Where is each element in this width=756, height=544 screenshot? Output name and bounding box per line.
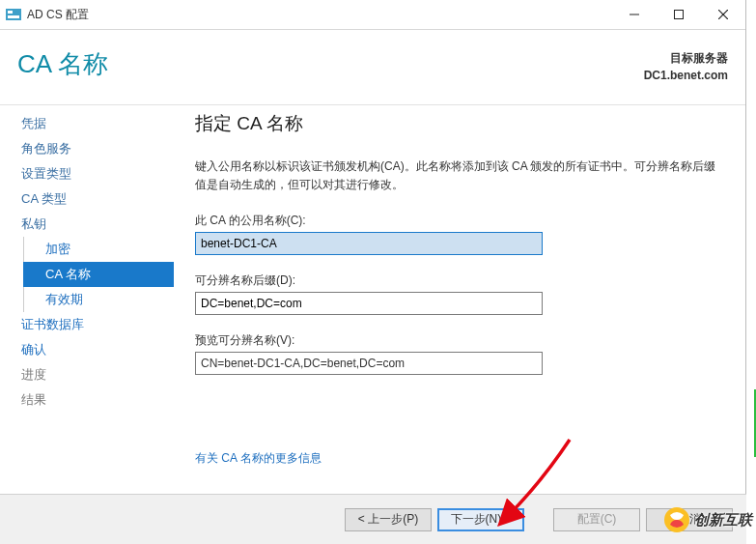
app-icon bbox=[6, 8, 21, 21]
sidebar-item-validity[interactable]: 有效期 bbox=[23, 287, 174, 312]
sidebar: 凭据 角色服务 设置类型 CA 类型 私钥 加密 CA 名称 有效期 证书数据库… bbox=[0, 105, 174, 494]
close-button[interactable] bbox=[701, 0, 745, 30]
more-info-link[interactable]: 有关 CA 名称的更多信息 bbox=[195, 450, 322, 467]
svg-rect-0 bbox=[6, 9, 21, 20]
common-name-input[interactable] bbox=[195, 232, 543, 255]
wizard-footer: < 上一步(P) 下一步(N) > 配置(C) 取消 bbox=[0, 494, 746, 544]
dn-suffix-input[interactable] bbox=[195, 292, 543, 315]
preview-dn-field: 预览可分辨名称(V): bbox=[195, 332, 720, 375]
sidebar-item-role-services[interactable]: 角色服务 bbox=[19, 136, 174, 161]
main-heading: 指定 CA 名称 bbox=[195, 111, 720, 136]
sidebar-item-cryptography[interactable]: 加密 bbox=[23, 237, 174, 262]
titlebar: AD CS 配置 bbox=[0, 0, 745, 30]
sidebar-item-setup-type[interactable]: 设置类型 bbox=[19, 161, 174, 186]
cancel-button[interactable]: 取消 bbox=[646, 508, 733, 531]
page-title: CA 名称 bbox=[17, 47, 644, 81]
svg-rect-4 bbox=[675, 11, 684, 19]
description-text: 键入公用名称以标识该证书颁发机构(CA)。此名称将添加到该 CA 颁发的所有证书… bbox=[195, 157, 720, 193]
sidebar-item-progress: 进度 bbox=[19, 362, 174, 387]
minimize-button[interactable] bbox=[612, 0, 657, 30]
main-panel: 指定 CA 名称 键入公用名称以标识该证书颁发机构(CA)。此名称将添加到该 C… bbox=[174, 105, 745, 494]
dn-suffix-label: 可分辨名称后缀(D): bbox=[195, 272, 720, 289]
sidebar-item-results: 结果 bbox=[19, 387, 174, 413]
target-server-block: 目标服务器 DC1.benet.com bbox=[644, 47, 728, 84]
window-controls bbox=[612, 0, 745, 30]
sidebar-item-cert-database[interactable]: 证书数据库 bbox=[19, 312, 174, 337]
preview-dn-input bbox=[195, 352, 543, 375]
preview-dn-label: 预览可分辨名称(V): bbox=[195, 332, 720, 349]
common-name-field: 此 CA 的公用名称(C): bbox=[195, 213, 720, 255]
sidebar-item-ca-type[interactable]: CA 类型 bbox=[19, 186, 174, 212]
sidebar-item-private-key[interactable]: 私钥 bbox=[19, 212, 174, 237]
target-server-value: DC1.benet.com bbox=[644, 67, 728, 84]
dn-suffix-field: 可分辨名称后缀(D): bbox=[195, 272, 720, 315]
configure-button: 配置(C) bbox=[553, 508, 640, 531]
sidebar-item-confirmation[interactable]: 确认 bbox=[19, 337, 174, 362]
target-server-label: 目标服务器 bbox=[644, 49, 728, 67]
svg-rect-2 bbox=[8, 15, 19, 18]
wizard-window: AD CS 配置 CA 名称 目标服务器 DC1.benet.com 凭据 角色… bbox=[0, 0, 746, 544]
maximize-button[interactable] bbox=[657, 0, 701, 30]
wizard-body: 凭据 角色服务 设置类型 CA 类型 私钥 加密 CA 名称 有效期 证书数据库… bbox=[0, 105, 745, 494]
common-name-label: 此 CA 的公用名称(C): bbox=[195, 213, 720, 229]
sidebar-item-credentials[interactable]: 凭据 bbox=[19, 111, 174, 136]
svg-rect-1 bbox=[8, 11, 13, 14]
next-button[interactable]: 下一步(N) > bbox=[437, 508, 524, 531]
wizard-header: CA 名称 目标服务器 DC1.benet.com bbox=[0, 30, 745, 105]
previous-button[interactable]: < 上一步(P) bbox=[345, 508, 432, 531]
sidebar-item-ca-name[interactable]: CA 名称 bbox=[23, 262, 174, 287]
window-title: AD CS 配置 bbox=[27, 7, 612, 23]
